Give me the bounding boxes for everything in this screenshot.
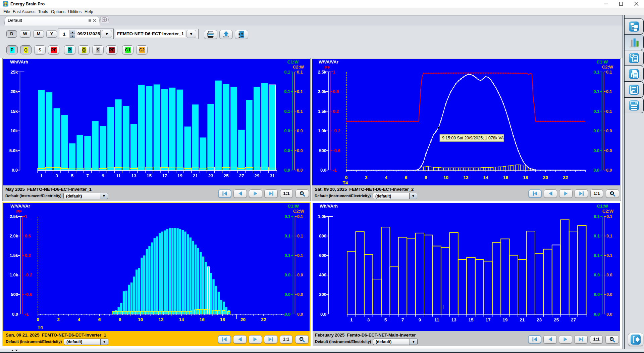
svg-text:0.0: 0.0 <box>594 312 600 317</box>
svg-text:0.0: 0.0 <box>297 312 303 317</box>
svg-text:T4: T4 <box>343 180 348 185</box>
svg-text:25: 25 <box>224 173 229 178</box>
svg-text:1.0k: 1.0k <box>10 272 18 277</box>
svg-text:2.5k: 2.5k <box>318 70 327 75</box>
svg-text:6: 6 <box>405 175 408 180</box>
svg-text:27: 27 <box>571 317 576 322</box>
svg-text:7: 7 <box>401 317 404 322</box>
svg-text:Wh/VArh: Wh/VArh <box>10 59 28 64</box>
svg-text:0.1: 0.1 <box>284 109 290 114</box>
svg-text:600: 600 <box>319 253 326 258</box>
svg-text:PF: PF <box>324 65 330 70</box>
svg-text:0.1: 0.1 <box>297 234 303 238</box>
svg-text:0.1: 0.1 <box>297 253 303 258</box>
svg-text:EB: EB <box>4 3 7 5</box>
svg-text:17: 17 <box>485 317 490 322</box>
svg-text:15k: 15k <box>10 109 18 114</box>
svg-text:0.0: 0.0 <box>594 168 599 173</box>
svg-text:0: 0 <box>37 317 39 322</box>
svg-text:10: 10 <box>138 317 143 322</box>
svg-text:500: 500 <box>319 148 326 153</box>
svg-text:0.6: 0.6 <box>333 89 339 94</box>
svg-text:0.0: 0.0 <box>606 292 612 297</box>
svg-text:0.0: 0.0 <box>606 168 612 173</box>
svg-text:12: 12 <box>158 317 163 322</box>
svg-text:0.0: 0.0 <box>12 168 18 173</box>
svg-text:-1: -1 <box>333 168 337 173</box>
svg-text:18: 18 <box>220 317 225 322</box>
svg-text:0.1: 0.1 <box>606 89 612 94</box>
svg-text:0.0: 0.0 <box>320 168 326 173</box>
svg-text:1: 1 <box>350 317 353 322</box>
svg-text:1.0k: 1.0k <box>318 214 327 219</box>
svg-text:0.1: 0.1 <box>285 253 290 258</box>
svg-text:0.2: 0.2 <box>333 109 339 114</box>
svg-text:0.1: 0.1 <box>594 214 600 219</box>
svg-text:C1:W: C1:W <box>597 59 608 64</box>
svg-text:0.6: 0.6 <box>25 233 31 238</box>
svg-text:500: 500 <box>11 292 18 297</box>
svg-text:C1:W: C1:W <box>288 204 299 209</box>
svg-text:2: 2 <box>57 317 60 322</box>
svg-text:19: 19 <box>502 317 507 322</box>
svg-text:0.0: 0.0 <box>320 312 326 317</box>
svg-text:15: 15 <box>469 317 474 322</box>
svg-text:18: 18 <box>523 175 529 180</box>
svg-text:-0.2: -0.2 <box>25 272 32 277</box>
svg-text:11: 11 <box>434 317 439 322</box>
svg-text:10k: 10k <box>10 128 18 133</box>
svg-text:2.5k: 2.5k <box>10 214 18 219</box>
svg-text:10: 10 <box>443 175 448 180</box>
svg-text:21: 21 <box>520 317 525 322</box>
svg-text:0.0: 0.0 <box>12 312 18 317</box>
svg-text:0.0: 0.0 <box>297 292 303 297</box>
svg-text:PF: PF <box>16 209 22 214</box>
svg-text:0.1: 0.1 <box>594 70 599 75</box>
svg-text:3: 3 <box>56 173 58 178</box>
svg-text:0.1: 0.1 <box>594 89 599 94</box>
svg-text:0.1: 0.1 <box>606 253 612 258</box>
svg-text:14: 14 <box>483 175 489 180</box>
svg-text:0.0: 0.0 <box>285 312 290 317</box>
svg-text:16: 16 <box>200 317 205 322</box>
svg-text:-0.2: -0.2 <box>333 128 340 133</box>
svg-text:4: 4 <box>385 175 388 180</box>
svg-text:5: 5 <box>71 173 73 178</box>
svg-text:0.0: 0.0 <box>297 129 303 133</box>
svg-text:0.0: 0.0 <box>285 273 290 277</box>
svg-text:0.0: 0.0 <box>594 129 599 133</box>
svg-text:31: 31 <box>270 173 275 178</box>
svg-text:C1:W: C1:W <box>597 204 608 209</box>
svg-text:27: 27 <box>239 173 244 178</box>
svg-text:0.0: 0.0 <box>594 292 600 297</box>
svg-text:0.0: 0.0 <box>606 312 612 317</box>
svg-text:0.0: 0.0 <box>297 273 303 277</box>
svg-text:0.1: 0.1 <box>297 89 303 94</box>
svg-text:1: 1 <box>333 70 335 75</box>
svg-text:0.0: 0.0 <box>606 148 612 153</box>
svg-text:Wh/VArh: Wh/VArh <box>320 204 338 209</box>
svg-text:0.0: 0.0 <box>606 273 612 277</box>
svg-text:-0.6: -0.6 <box>25 292 32 297</box>
svg-text:0.1: 0.1 <box>594 234 600 238</box>
svg-text:9: 9 <box>419 317 421 322</box>
svg-text:19: 19 <box>177 173 182 178</box>
svg-text:25k: 25k <box>10 70 18 75</box>
svg-text:5.0k: 5.0k <box>9 148 18 153</box>
svg-text:0.1: 0.1 <box>297 70 303 75</box>
svg-text:0.0: 0.0 <box>284 148 290 153</box>
svg-text:0.0: 0.0 <box>284 168 290 173</box>
svg-text:12: 12 <box>463 175 468 180</box>
svg-text:23: 23 <box>208 173 214 178</box>
svg-text:0.1: 0.1 <box>606 70 612 75</box>
svg-text:0.0: 0.0 <box>284 129 290 133</box>
svg-text:23: 23 <box>537 317 542 322</box>
svg-text:15: 15 <box>147 173 152 178</box>
svg-text:0.0: 0.0 <box>285 292 290 297</box>
svg-text:0.1: 0.1 <box>606 214 612 219</box>
svg-text:0.1: 0.1 <box>284 70 290 75</box>
svg-text:-1: -1 <box>25 312 29 317</box>
svg-text:-0.6: -0.6 <box>333 148 340 153</box>
svg-text:0.0: 0.0 <box>606 129 612 133</box>
svg-text:0.0: 0.0 <box>594 273 600 277</box>
